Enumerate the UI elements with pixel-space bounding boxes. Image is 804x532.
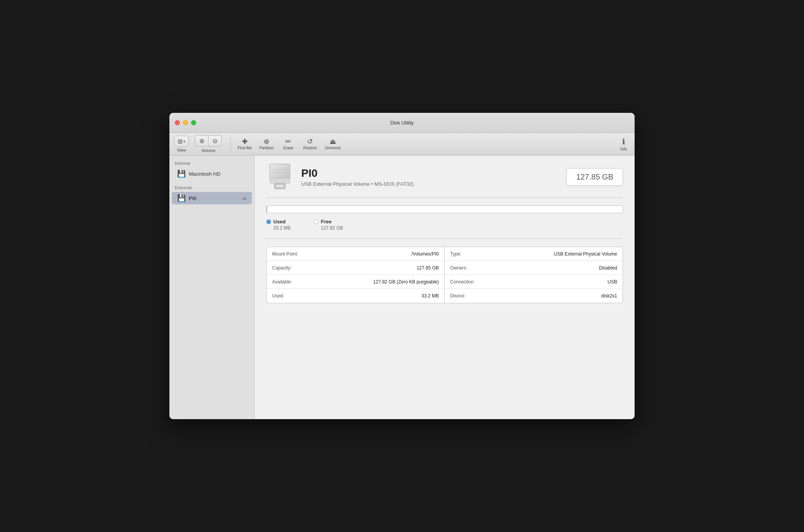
used-row: Used: 33.2 MB bbox=[267, 289, 444, 303]
mount-point-val: /Volumes/PI0 bbox=[411, 251, 439, 257]
view-label: View bbox=[177, 148, 186, 152]
storage-legend: Used 33.2 MB Free 127.82 GB bbox=[266, 219, 623, 231]
disk-utility-window: Disk Utility ⊞ ▾ View ⊕ ⊖ Volume bbox=[169, 113, 635, 419]
info-col-left: Mount Point: /Volumes/PI0 Capacity: 127.… bbox=[267, 247, 445, 303]
sidebar-item-pi0[interactable]: 💾 PI0 ⏏ bbox=[172, 192, 252, 204]
mount-point-key: Mount Point: bbox=[272, 251, 298, 257]
connection-key: Connection: bbox=[450, 279, 475, 285]
detail-panel: PI0 USB External Physical Volume • MS-DO… bbox=[255, 155, 635, 419]
owners-key: Owners: bbox=[450, 265, 468, 271]
pi0-label: PI0 bbox=[189, 195, 197, 201]
remove-volume-icon: ⊖ bbox=[212, 138, 217, 144]
device-val: disk2s1 bbox=[601, 293, 617, 299]
device-key: Device: bbox=[450, 293, 466, 299]
used-key: Used: bbox=[272, 293, 284, 299]
erase-icon: ✏ bbox=[285, 138, 291, 145]
partition-icon: ⊕ bbox=[264, 138, 269, 145]
pi0-icon: 💾 bbox=[177, 194, 186, 202]
free-dot bbox=[314, 219, 319, 224]
type-row: Type: USB External Physical Volume bbox=[445, 247, 623, 261]
drive-header: PI0 USB External Physical Volume • MS-DO… bbox=[266, 163, 623, 198]
free-legend-item: Free 127.82 GB bbox=[314, 219, 343, 231]
device-row: Device: disk2s1 bbox=[445, 289, 623, 303]
connection-val: USB bbox=[607, 279, 617, 285]
info-table: Mount Point: /Volumes/PI0 Capacity: 127.… bbox=[266, 247, 623, 303]
owners-val: Disabled bbox=[599, 265, 617, 271]
first-aid-button[interactable]: ✚ First Aid bbox=[235, 136, 255, 152]
info-button[interactable]: ℹ Info bbox=[617, 135, 630, 153]
capacity-row: Capacity: 127.85 GB bbox=[267, 261, 444, 275]
free-title: Free bbox=[321, 219, 331, 225]
svg-rect-6 bbox=[276, 185, 284, 188]
view-chevron-icon: ▾ bbox=[183, 139, 185, 143]
sidebar: Internal 💾 Macintosh HD External 💾 PI0 ⏏ bbox=[169, 155, 255, 419]
window-title: Disk Utility bbox=[390, 120, 414, 126]
first-aid-icon: ✚ bbox=[242, 138, 248, 145]
maximize-button[interactable] bbox=[191, 120, 196, 125]
internal-section-header: Internal bbox=[169, 159, 254, 167]
info-col-right: Type: USB External Physical Volume Owner… bbox=[445, 247, 623, 303]
macintosh-hd-icon: 💾 bbox=[177, 169, 186, 178]
svg-rect-1 bbox=[270, 178, 290, 183]
available-row: Available: 127.82 GB (Zero KB purgeable) bbox=[267, 275, 444, 289]
add-volume-button[interactable]: ⊕ bbox=[195, 135, 208, 147]
partition-label: Partition bbox=[259, 146, 274, 150]
type-key: Type: bbox=[450, 251, 461, 257]
drive-icon-wrapper bbox=[266, 163, 293, 190]
unmount-button[interactable]: ⏏ Unmount bbox=[322, 136, 344, 152]
used-legend-item: Used 33.2 MB bbox=[266, 219, 291, 231]
available-key: Available: bbox=[272, 279, 292, 285]
storage-section: Used 33.2 MB Free 127.82 GB bbox=[266, 206, 623, 239]
type-val: USB External Physical Volume bbox=[554, 251, 617, 257]
restore-icon: ↺ bbox=[307, 138, 313, 145]
minimize-button[interactable] bbox=[183, 120, 188, 125]
restore-button[interactable]: ↺ Restore bbox=[300, 136, 320, 152]
view-control-group: ⊞ ▾ View bbox=[174, 136, 189, 152]
view-button[interactable]: ⊞ ▾ bbox=[174, 136, 189, 147]
used-dot bbox=[266, 219, 271, 224]
connection-row: Connection: USB bbox=[445, 275, 623, 289]
macintosh-hd-label: Macintosh HD bbox=[189, 171, 221, 177]
close-button[interactable] bbox=[175, 120, 180, 125]
remove-volume-button[interactable]: ⊖ bbox=[208, 135, 222, 147]
owners-row: Owners: Disabled bbox=[445, 261, 623, 275]
usb-drive-icon bbox=[269, 163, 291, 190]
erase-label: Erase bbox=[283, 146, 293, 150]
sidebar-item-macintosh-hd[interactable]: 💾 Macintosh HD bbox=[172, 168, 252, 180]
storage-bar bbox=[266, 206, 623, 213]
partition-button[interactable]: ⊕ Partition bbox=[256, 136, 277, 152]
volume-label: Volume bbox=[201, 148, 216, 153]
free-value: 127.82 GB bbox=[321, 225, 343, 231]
drive-size-badge: 127.85 GB bbox=[566, 168, 623, 186]
add-volume-icon: ⊕ bbox=[199, 138, 204, 144]
drive-subtitle: USB External Physical Volume • MS-DOS (F… bbox=[301, 181, 559, 187]
available-val: 127.82 GB (Zero KB purgeable) bbox=[373, 279, 439, 285]
info-icon: ℹ bbox=[622, 137, 625, 146]
unmount-label: Unmount bbox=[325, 146, 341, 150]
erase-button[interactable]: ✏ Erase bbox=[278, 136, 298, 152]
toolbar-separator-1 bbox=[230, 137, 231, 151]
restore-label: Restore bbox=[303, 146, 317, 150]
external-section-header: External bbox=[169, 184, 254, 192]
capacity-val: 127.85 GB bbox=[417, 265, 439, 271]
info-table-section: Mount Point: /Volumes/PI0 Capacity: 127.… bbox=[266, 247, 623, 303]
used-val: 33.2 MB bbox=[421, 293, 439, 299]
view-icon: ⊞ bbox=[178, 138, 183, 145]
eject-icon: ⏏ bbox=[242, 195, 247, 201]
titlebar: Disk Utility bbox=[169, 113, 635, 133]
unmount-icon: ⏏ bbox=[330, 138, 336, 145]
mount-point-row: Mount Point: /Volumes/PI0 bbox=[267, 247, 444, 261]
volume-control-group: ⊕ ⊖ Volume bbox=[195, 135, 222, 153]
info-label: Info bbox=[620, 147, 627, 151]
used-value: 33.2 MB bbox=[273, 225, 291, 231]
main-content: Internal 💾 Macintosh HD External 💾 PI0 ⏏ bbox=[169, 155, 635, 419]
used-title: Used bbox=[273, 219, 286, 225]
capacity-key: Capacity: bbox=[272, 265, 292, 271]
toolbar: ⊞ ▾ View ⊕ ⊖ Volume ✚ First Aid bbox=[169, 133, 635, 155]
window-controls bbox=[175, 120, 196, 125]
drive-name: PI0 bbox=[301, 167, 559, 180]
drive-info: PI0 USB External Physical Volume • MS-DO… bbox=[301, 167, 559, 187]
first-aid-label: First Aid bbox=[238, 146, 252, 150]
